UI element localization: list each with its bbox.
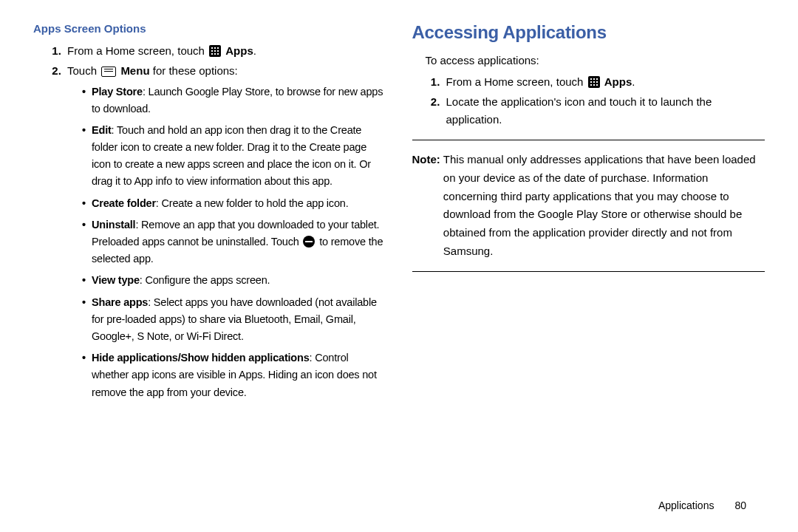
option-view-type: View type: Configure the apps screen. (82, 272, 386, 289)
divider-top (412, 140, 765, 140)
option-uninstall: Uninstall: Remove an app that you downlo… (82, 216, 386, 268)
note-body: This manual only addresses applications … (443, 151, 765, 261)
note-label: Note: (412, 151, 440, 261)
right-step-1: From a Home screen, touch Apps. (443, 73, 765, 92)
footer-page-number: 80 (734, 499, 746, 511)
right-steps: From a Home screen, touch Apps. Locate t… (412, 73, 765, 129)
menu-icon (101, 66, 116, 77)
menu-options: Play Store: Launch Google Play Store, to… (67, 83, 386, 401)
option-hide-applications: Hide applications/Show hidden applicatio… (82, 349, 386, 401)
option-play-store: Play Store: Launch Google Play Store, to… (82, 83, 386, 117)
accessing-applications-header: Accessing Applications (412, 22, 765, 43)
divider-bottom (412, 271, 765, 272)
right-column: Accessing Applications To access applica… (412, 22, 765, 517)
footer-section: Applications (658, 499, 715, 511)
option-create-folder: Create folder: Create a new folder to ho… (82, 195, 386, 212)
left-step-1: From a Home screen, touch Apps. (64, 42, 386, 61)
option-share-apps: Share apps: Select apps you have downloa… (82, 294, 386, 346)
remove-icon (303, 236, 315, 248)
note-block: Note: This manual only addresses applica… (412, 151, 765, 261)
left-column: Apps Screen Options From a Home screen, … (33, 22, 386, 517)
apps-screen-options-header: Apps Screen Options (33, 22, 386, 35)
page: Apps Screen Options From a Home screen, … (0, 0, 798, 532)
apps-icon (209, 45, 221, 57)
page-footer: Applications 80 (658, 499, 746, 511)
left-step-2: Touch Menu for these options: Play Store… (64, 62, 386, 401)
left-steps: From a Home screen, touch Apps. Touch Me… (33, 42, 386, 401)
apps-icon (588, 76, 600, 88)
option-edit: Edit: Touch and hold an app icon then dr… (82, 122, 386, 191)
right-step-2: Locate the application's icon and touch … (443, 93, 765, 130)
access-intro: To access applications: (426, 52, 765, 70)
